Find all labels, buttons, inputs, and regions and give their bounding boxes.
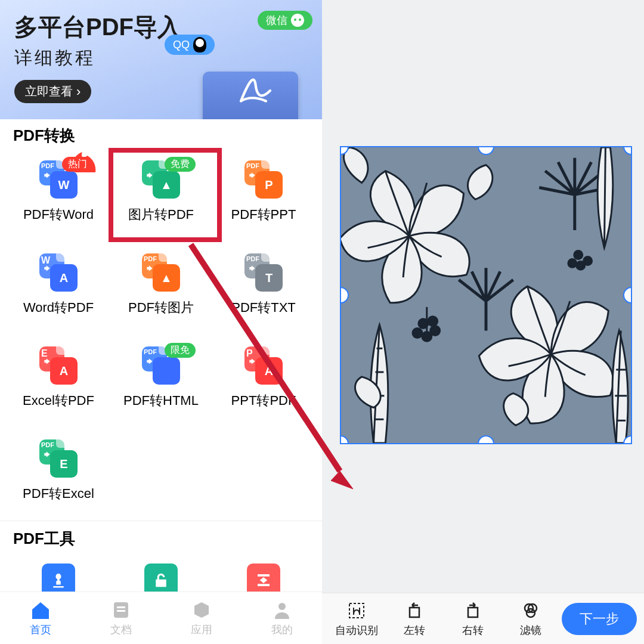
svg-marker-1: [331, 471, 353, 489]
tool-PDF合并[interactable]: PDF合并: [212, 564, 315, 592]
merge-icon: [247, 564, 280, 592]
crop-action-rotl[interactable]: 左转: [388, 600, 442, 637]
svg-point-5: [278, 603, 286, 610]
svg-point-10: [413, 329, 422, 338]
tool-PDF加水印[interactable]: PDF加水印: [7, 564, 110, 592]
convert-Excel转PDF[interactable]: E A Excel转PDF: [7, 346, 110, 410]
crop-action-rotr[interactable]: 右转: [445, 600, 500, 637]
wechat-icon: [291, 14, 304, 27]
tab-label: 首页: [30, 623, 51, 637]
tab-label: 文档: [110, 623, 132, 637]
crop-action-label: 左转: [404, 623, 425, 637]
svg-rect-20: [468, 608, 478, 617]
wechat-bubble: 微信: [258, 11, 312, 30]
svg-point-15: [568, 259, 577, 267]
qq-label: QQ: [173, 39, 190, 51]
tool-PDF解密[interactable]: PDF解密: [110, 564, 212, 592]
svg-point-16: [584, 257, 592, 265]
stamp-icon: [42, 564, 75, 592]
tools-grid: PDF加水印 PDF解密 PDF合并: [0, 558, 322, 592]
tab-doc[interactable]: 文档: [109, 600, 133, 637]
convert-label: PDF转图片: [128, 299, 194, 317]
convert-icon: PDF P: [244, 160, 283, 199]
convert-PDF转Word[interactable]: 热门 PDF W PDF转Word: [7, 160, 110, 224]
crop-action-filter[interactable]: 滤镜: [504, 600, 559, 637]
crop-action-label: 滤镜: [520, 623, 541, 637]
tab-home[interactable]: 首页: [29, 600, 52, 637]
qq-bubble: QQ: [165, 35, 215, 55]
cube-icon: [190, 600, 213, 620]
svg-point-13: [428, 317, 438, 326]
convert-Word转PDF[interactable]: W A Word转PDF: [7, 253, 110, 317]
home-icon: [29, 600, 52, 620]
promo-banner[interactable]: 多平台PDF导入 详细教程 立即查看 QQ 微信: [0, 0, 322, 119]
rotl-icon: [404, 600, 425, 621]
svg-rect-3: [117, 606, 125, 608]
tab-label: 应用: [191, 623, 212, 637]
acrobat-icon: [233, 66, 274, 107]
svg-rect-19: [410, 608, 419, 617]
convert-icon: PDF ▲: [142, 253, 180, 292]
crop-screen: 自动识别左转右转滤镜下一步: [322, 0, 644, 644]
crop-action-auto[interactable]: 自动识别: [329, 600, 384, 637]
rotr-icon: [463, 600, 483, 621]
convert-label: PDF转Word: [23, 206, 94, 224]
convert-label: PDF转Excel: [23, 485, 94, 503]
convert-label: Excel转PDF: [23, 392, 94, 410]
convert-icon: W A: [39, 253, 78, 292]
home-screen: 多平台PDF导入 详细教程 立即查看 QQ 微信 PDF转换 热门 PDF W …: [0, 0, 322, 644]
crop-frame[interactable]: [340, 146, 632, 444]
convert-PDF转PPT[interactable]: PDF P PDF转PPT: [212, 160, 315, 224]
crop-toolbar: 自动识别左转右转滤镜下一步: [322, 593, 644, 644]
tab-label: 我的: [271, 623, 293, 637]
filter-icon: [521, 600, 541, 621]
crop-action-label: 自动识别: [335, 623, 378, 637]
svg-line-0: [191, 244, 340, 471]
user-icon: [270, 600, 294, 620]
svg-rect-4: [117, 610, 125, 612]
convert-icon: E A: [39, 346, 78, 385]
doc-icon: [109, 600, 133, 620]
convert-label: PDF转PPT: [231, 206, 296, 224]
tutorial-highlight-box: [109, 148, 222, 242]
wechat-label: 微信: [266, 13, 287, 27]
svg-point-12: [419, 319, 428, 329]
crop-image[interactable]: [341, 147, 631, 443]
auto-icon: [346, 600, 367, 621]
hot-badge: 热门: [62, 157, 93, 172]
convert-label: Word转PDF: [23, 299, 94, 317]
crop-action-label: 右转: [462, 623, 484, 637]
qq-icon: [193, 37, 206, 52]
tab-cube[interactable]: 应用: [190, 600, 213, 637]
svg-point-17: [574, 251, 583, 259]
svg-point-11: [431, 326, 440, 336]
convert-PDF转Excel[interactable]: PDF E PDF转Excel: [7, 439, 110, 503]
tutorial-arrow: [185, 239, 364, 503]
banner-cta-button[interactable]: 立即查看: [14, 80, 91, 103]
section-tools-title: PDF工具: [0, 525, 322, 558]
unlock-icon: [144, 564, 178, 592]
tab-bar: 首页文档应用我的: [0, 592, 322, 644]
tab-user[interactable]: 我的: [270, 600, 294, 637]
next-button[interactable]: 下一步: [562, 603, 637, 635]
convert-icon: PDF E: [39, 439, 78, 478]
